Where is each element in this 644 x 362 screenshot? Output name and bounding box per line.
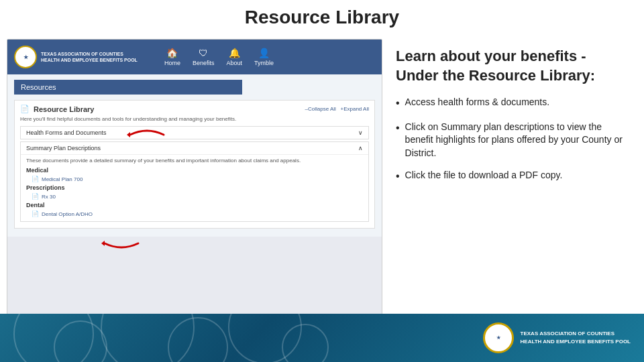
file-dental[interactable]: 📄 Dental Option A/DHO xyxy=(32,210,363,217)
file-medical-plan[interactable]: 📄 Medical Plan 700 xyxy=(32,176,363,182)
nav-benefits-label: Benefits xyxy=(193,60,215,66)
health-forms-section: Health Forms and Documents ∨ xyxy=(20,126,369,139)
benefits-icon: 🛡 xyxy=(199,48,208,58)
left-panel: ★ Texas Association of Counties Health a… xyxy=(7,39,382,320)
summary-plan-chevron[interactable]: ∧ xyxy=(358,145,363,152)
logo-text: Texas Association of Counties Health and… xyxy=(41,51,138,63)
mock-logo: ★ Texas Association of Counties Health a… xyxy=(14,46,138,68)
file-rx[interactable]: 📄 Rx 30 xyxy=(32,193,363,200)
resource-library-title: 📄 Resource Library xyxy=(20,105,94,113)
bullet-text-1: Access health forms & documents. xyxy=(405,96,550,111)
nav-alerts-label: About xyxy=(226,60,242,66)
collapse-all-label[interactable]: –Collapse All xyxy=(305,106,336,112)
file-rx-label: Rx 30 xyxy=(42,194,56,200)
summary-plan-header[interactable]: Summary Plan Descriptions ∧ xyxy=(21,142,368,154)
summary-plan-content: These documents provide a detailed summa… xyxy=(21,154,368,221)
home-icon: 🏠 xyxy=(166,48,178,58)
category-prescriptions: Prescriptions xyxy=(26,184,363,191)
mock-content: Resources 📄 Resource Library –Collapse A… xyxy=(7,74,382,237)
bullet-dot-1: • xyxy=(396,96,400,111)
document-icon: 📄 xyxy=(20,105,30,113)
list-item: • Click the file to download a PDF copy. xyxy=(396,169,631,184)
alert-icon: 🔔 xyxy=(229,48,240,58)
banner-logo-circle: ★ xyxy=(483,322,514,353)
summary-plan-label: Summary Plan Descriptions xyxy=(26,145,101,152)
logo-circle: ★ xyxy=(14,46,37,68)
nav-home-label: Home xyxy=(164,60,180,66)
bullet-list: • Access health forms & documents. • Cli… xyxy=(396,96,631,184)
svg-marker-1 xyxy=(101,241,105,246)
collapse-expand-controls[interactable]: –Collapse All +Expand All xyxy=(305,106,369,112)
nav-item-alerts[interactable]: 🔔 About xyxy=(226,48,242,66)
expand-all-label[interactable]: +Expand All xyxy=(341,106,369,112)
resource-library-desc: Here you'll find helpful documents and t… xyxy=(20,116,369,122)
health-forms-header[interactable]: Health Forms and Documents ∨ xyxy=(21,127,368,139)
list-item: • Access health forms & documents. xyxy=(396,96,631,111)
banner-logo-area: ★ Texas Association of Counties Health a… xyxy=(483,322,631,353)
mock-navbar: ★ Texas Association of Counties Health a… xyxy=(7,40,382,74)
nav-item-profile[interactable]: 👤 Tymble xyxy=(254,48,274,66)
nav-item-home[interactable]: 🏠 Home xyxy=(164,48,180,66)
file-dental-label: Dental Option A/DHO xyxy=(42,211,93,217)
bullet-dot-2: • xyxy=(396,121,400,160)
profile-icon: 👤 xyxy=(258,48,270,58)
red-arrow-medical-plan xyxy=(101,234,142,255)
summary-plan-section: Summary Plan Descriptions ∧ These docume… xyxy=(20,141,369,222)
file-icon-rx: 📄 xyxy=(32,193,39,200)
file-medical-label: Medical Plan 700 xyxy=(42,176,83,182)
bottom-banner: ★ Texas Association of Counties Health a… xyxy=(0,314,644,362)
main-content: ★ Texas Association of Counties Health a… xyxy=(0,34,644,342)
bullet-dot-3: • xyxy=(396,169,400,184)
bullet-text-3: Click the file to download a PDF copy. xyxy=(405,169,563,184)
file-icon-medical: 📄 xyxy=(32,176,39,182)
banner-circle-6 xyxy=(282,324,329,362)
bullet-text-2: Click on Summary plan descriptions to vi… xyxy=(405,121,631,160)
nav-profile-label: Tymble xyxy=(254,60,274,66)
summary-plan-desc: These documents provide a detailed summa… xyxy=(26,158,363,164)
banner-decorative-circles xyxy=(0,314,402,362)
file-icon-dental: 📄 xyxy=(32,210,39,217)
learn-title: Learn about your benefits - Under the Re… xyxy=(396,47,631,85)
health-forms-label: Health Forms and Documents xyxy=(26,129,107,136)
right-panel: Learn about your benefits - Under the Re… xyxy=(382,34,644,342)
category-medical: Medical xyxy=(26,167,363,174)
resources-bar: Resources xyxy=(14,80,242,95)
banner-logo-text: Texas Association of Counties Health and… xyxy=(521,330,631,346)
resource-library-header: 📄 Resource Library –Collapse All +Expand… xyxy=(20,105,369,113)
mock-nav-items: 🏠 Home 🛡 Benefits 🔔 About 👤 Tymble xyxy=(164,48,274,66)
resource-library-block: 📄 Resource Library –Collapse All +Expand… xyxy=(14,100,375,229)
category-dental: Dental xyxy=(26,202,363,208)
nav-item-benefits[interactable]: 🛡 Benefits xyxy=(193,48,215,66)
list-item: • Click on Summary plan descriptions to … xyxy=(396,121,631,160)
page-title: Resource Library xyxy=(0,0,644,34)
health-forms-chevron[interactable]: ∨ xyxy=(358,129,363,136)
